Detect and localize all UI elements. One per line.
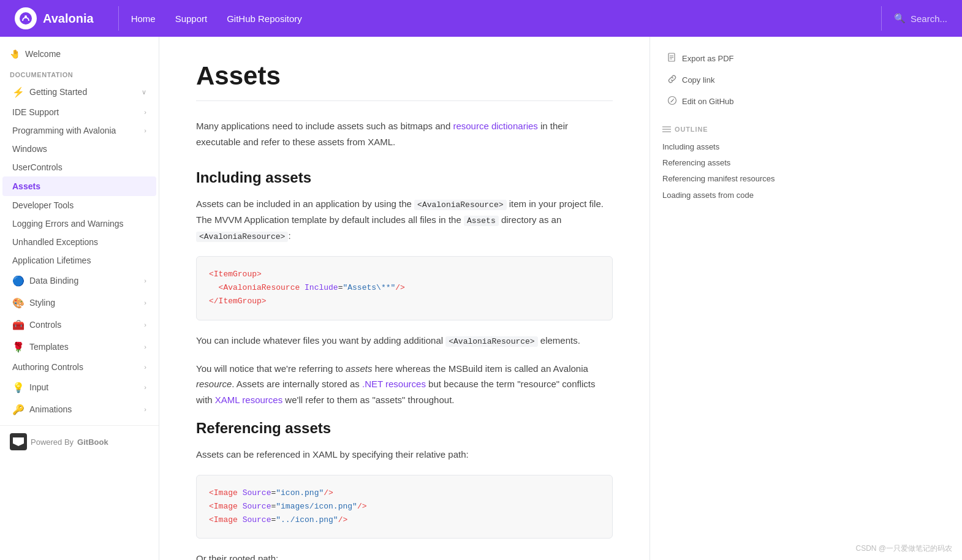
top-nav: Avalonia Home Support GitHub Repository … — [0, 0, 962, 37]
templates-chevron: › — [144, 343, 146, 350]
export-pdf-label: Export as PDF — [682, 54, 734, 63]
including-assets-body3: You will notice that we're referring to … — [196, 361, 613, 408]
sidebar-item-usercontrols[interactable]: UserControls — [2, 158, 156, 176]
logo-icon — [15, 7, 37, 29]
logo[interactable]: Avalonia — [15, 7, 94, 29]
getting-started-icon: ⚡ — [12, 86, 25, 98]
input-chevron: › — [144, 384, 146, 391]
styling-icon: 🎨 — [12, 297, 25, 309]
outline-item-referencing-manifest[interactable]: Referencing manifest resources — [662, 171, 784, 187]
sidebar-item-developer-tools[interactable]: Developer Tools — [2, 196, 156, 214]
sidebar-item-application-lifetimes[interactable]: Application Lifetimes — [2, 251, 156, 270]
code-block-1: <ItemGroup> <AvaloniaResource Include="A… — [196, 256, 613, 320]
data-binding-label: Data Binding — [29, 276, 78, 286]
nav-home[interactable]: Home — [131, 13, 156, 24]
authoring-chevron: › — [144, 363, 146, 371]
nav-search-divider — [881, 6, 882, 31]
powered-by-brand[interactable]: GitBook — [77, 437, 108, 447]
right-panel-actions: Export as PDF Copy link — [662, 49, 784, 111]
sidebar-item-logging-errors[interactable]: Logging Errors and Warnings — [2, 214, 156, 233]
assets-label: Assets — [12, 181, 40, 191]
welcome-label: Welcome — [25, 49, 61, 59]
export-pdf-icon — [667, 53, 677, 64]
input-label: Input — [29, 382, 48, 392]
including-assets-body2: You can include whatever files you want … — [196, 333, 613, 349]
copy-link-action[interactable]: Copy link — [662, 70, 784, 89]
outline-label: OUTLINE — [662, 126, 784, 133]
intro-text: Many applications need to include assets… — [196, 118, 613, 149]
rooted-path-text: Or their rooted path: — [196, 551, 613, 560]
main-layout: 🤚 Welcome DOCUMENTATION ⚡ Getting Starte… — [0, 37, 962, 560]
sidebar-item-ide-support[interactable]: IDE Support › — [2, 103, 156, 121]
watermark: CSDN @一只爱做笔记的码农 — [855, 543, 952, 554]
sidebar-item-windows[interactable]: Windows — [2, 140, 156, 158]
styling-chevron: › — [144, 299, 146, 306]
outline-icon — [662, 126, 671, 133]
sidebar-powered: Powered By GitBook — [0, 425, 159, 458]
nav-links: Home Support GitHub Repository — [131, 13, 869, 24]
programming-chevron: › — [144, 127, 146, 134]
animations-icon: 🔑 — [12, 403, 25, 415]
sidebar-item-data-binding[interactable]: 🔵 Data Binding › — [2, 270, 156, 292]
svg-point-1 — [25, 15, 27, 18]
sidebar-item-controls[interactable]: 🧰 Controls › — [2, 314, 156, 336]
sidebar: 🤚 Welcome DOCUMENTATION ⚡ Getting Starte… — [0, 37, 159, 560]
outline-item-including-assets[interactable]: Including assets — [662, 139, 784, 155]
outline-item-loading-assets[interactable]: Loading assets from code — [662, 187, 784, 203]
edit-github-label: Edit on GitHub — [682, 97, 734, 106]
sidebar-item-assets[interactable]: Assets — [2, 176, 156, 196]
edit-github-icon — [667, 96, 677, 107]
logo-text: Avalonia — [43, 12, 94, 26]
outline-section: OUTLINE Including assets Referencing ass… — [662, 126, 784, 203]
sidebar-item-getting-started[interactable]: ⚡ Getting Started ∨ — [2, 81, 156, 103]
data-binding-icon: 🔵 — [12, 274, 25, 287]
powered-by-text: Powered By — [31, 437, 74, 447]
search-icon: 🔍 — [894, 13, 906, 24]
getting-started-chevron: ∨ — [142, 88, 146, 96]
sidebar-section-documentation: DOCUMENTATION — [0, 64, 159, 81]
sidebar-item-templates[interactable]: 🌹 Templates › — [2, 336, 156, 358]
gitbook-icon — [10, 433, 27, 450]
input-icon: 💡 — [12, 381, 25, 393]
welcome-icon: 🤚 — [10, 49, 20, 59]
sidebar-welcome[interactable]: 🤚 Welcome — [0, 44, 159, 64]
export-pdf-action[interactable]: Export as PDF — [662, 49, 784, 68]
section-title-referencing-assets: Referencing assets — [196, 420, 613, 437]
sidebar-item-programming[interactable]: Programming with Avalonia › — [2, 121, 156, 140]
ide-support-chevron: › — [144, 108, 146, 116]
data-binding-chevron: › — [144, 277, 146, 284]
sidebar-item-authoring-controls[interactable]: Authoring Controls › — [2, 358, 156, 376]
sidebar-item-input[interactable]: 💡 Input › — [2, 376, 156, 398]
sidebar-item-styling[interactable]: 🎨 Styling › — [2, 292, 156, 314]
nav-support[interactable]: Support — [175, 13, 208, 24]
page-divider — [196, 100, 613, 101]
copy-link-icon — [667, 74, 677, 86]
edit-github-action[interactable]: Edit on GitHub — [662, 92, 784, 111]
referencing-assets-body1: Assets can be referenced in XAML by spec… — [196, 447, 613, 463]
styling-label: Styling — [29, 298, 55, 308]
controls-chevron: › — [144, 321, 146, 328]
sidebar-item-unhandled-exceptions[interactable]: Unhandled Exceptions — [2, 233, 156, 251]
controls-label: Controls — [29, 320, 61, 330]
templates-icon: 🌹 — [12, 341, 25, 353]
copy-link-label: Copy link — [682, 75, 714, 85]
animations-label: Animations — [29, 404, 72, 414]
nav-github[interactable]: GitHub Repository — [227, 13, 302, 24]
page-title: Assets — [196, 61, 613, 91]
resource-dicts-link[interactable]: resource dictionaries — [453, 121, 537, 131]
svg-point-0 — [20, 12, 32, 25]
sidebar-item-animations[interactable]: 🔑 Animations › — [2, 398, 156, 420]
main-content: Assets Many applications need to include… — [159, 37, 650, 560]
sidebar-label-getting-started: Getting Started — [29, 87, 87, 97]
xaml-resources-link[interactable]: XAML resources — [215, 395, 282, 405]
animations-chevron: › — [144, 406, 146, 413]
search-placeholder: Search... — [911, 13, 947, 24]
code-block-2: <Image Source="icon.png"/> <Image Source… — [196, 475, 613, 539]
search-bar[interactable]: 🔍 Search... — [894, 13, 947, 24]
controls-icon: 🧰 — [12, 319, 25, 331]
section-title-including-assets: Including assets — [196, 169, 613, 186]
including-assets-body1: Assets can be included in an application… — [196, 196, 613, 244]
net-resources-link[interactable]: .NET resources — [362, 379, 426, 389]
templates-label: Templates — [29, 342, 69, 352]
outline-item-referencing-assets[interactable]: Referencing assets — [662, 155, 784, 171]
